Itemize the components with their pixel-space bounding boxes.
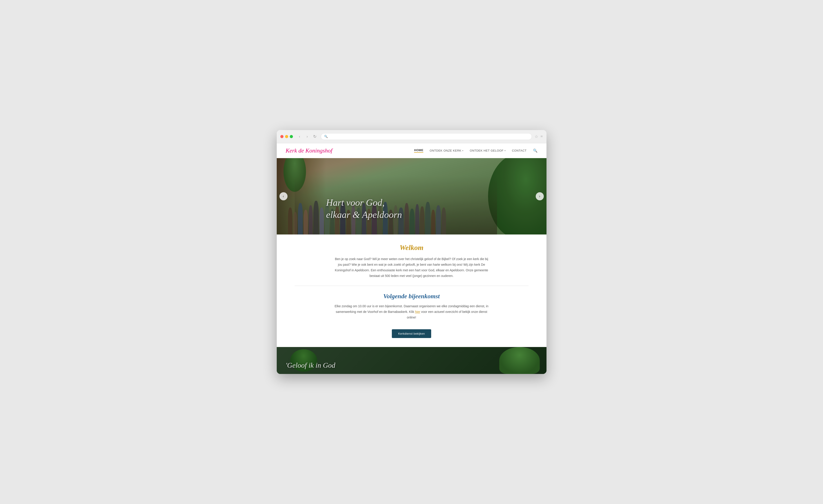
slider-next-button[interactable]: ›: [536, 192, 544, 200]
browser-chrome: ‹ › ↻ 🔍 ☆ ≡: [277, 130, 546, 143]
site-nav: HOME ONTDEK ONZE KERK ▾ ONTDEK HET GELOO…: [414, 149, 537, 153]
chevron-down-icon: ▾: [462, 149, 464, 152]
forward-button[interactable]: ›: [304, 134, 310, 140]
hero-slider: Hart voor God, elkaar & Apeldoorn ‹ ›: [277, 158, 546, 235]
main-content: Welkom Ben je op zoek naar God? Wil je m…: [277, 235, 546, 347]
hero-background: Hart voor God, elkaar & Apeldoorn: [277, 158, 546, 235]
slider-prev-button[interactable]: ‹: [280, 192, 288, 200]
nav-ontdek-kerk[interactable]: ONTDEK ONZE KERK ▾: [430, 149, 463, 152]
bottom-quote-text: 'Geloof ik in God: [286, 361, 335, 369]
next-service-text: Elke zondag om 10.00 uur is er een bijee…: [333, 303, 490, 320]
welcome-title: Welkom: [295, 243, 528, 252]
bottom-section: 'Geloof ik in God: [277, 347, 546, 374]
search-icon[interactable]: 🔍: [533, 149, 537, 153]
welcome-text: Ben je op zoek naar God? Wil je meer wet…: [333, 256, 490, 279]
site-header: Kerk de Koningshof HOME ONTDEK ONZE KERK…: [277, 143, 546, 158]
search-icon: 🔍: [324, 135, 328, 139]
nav-contact[interactable]: CONTACT: [512, 149, 526, 152]
menu-icon[interactable]: ≡: [540, 134, 543, 139]
site-logo[interactable]: Kerk de Koningshof: [286, 147, 332, 154]
back-button[interactable]: ‹: [297, 134, 303, 140]
browser-actions: ☆ ≡: [534, 134, 543, 139]
address-bar[interactable]: 🔍: [321, 133, 532, 140]
reload-button[interactable]: ↻: [312, 134, 318, 140]
bookmark-icon[interactable]: ☆: [534, 134, 538, 139]
browser-window: ‹ › ↻ 🔍 ☆ ≡ Kerk de Koningshof HOME ONTD…: [277, 130, 546, 374]
nav-ontdek-geloof[interactable]: ONTDEK HET GELOOF ▾: [470, 149, 506, 152]
minimize-button[interactable]: [285, 135, 288, 138]
nav-buttons: ‹ › ↻: [297, 134, 318, 140]
maximize-button[interactable]: [290, 135, 293, 138]
chevron-down-icon: ▾: [504, 149, 506, 152]
website: Kerk de Koningshof HOME ONTDEK ONZE KERK…: [277, 143, 546, 374]
content-divider: [295, 286, 528, 286]
kerkdienst-button[interactable]: Kerkdienst bekijken: [392, 329, 431, 338]
traffic-lights: [280, 135, 293, 138]
next-service-link[interactable]: hier: [415, 310, 420, 313]
close-button[interactable]: [280, 135, 284, 138]
next-service-title: Volgende bijeenkomst: [295, 293, 528, 300]
nav-home[interactable]: HOME: [414, 149, 423, 153]
